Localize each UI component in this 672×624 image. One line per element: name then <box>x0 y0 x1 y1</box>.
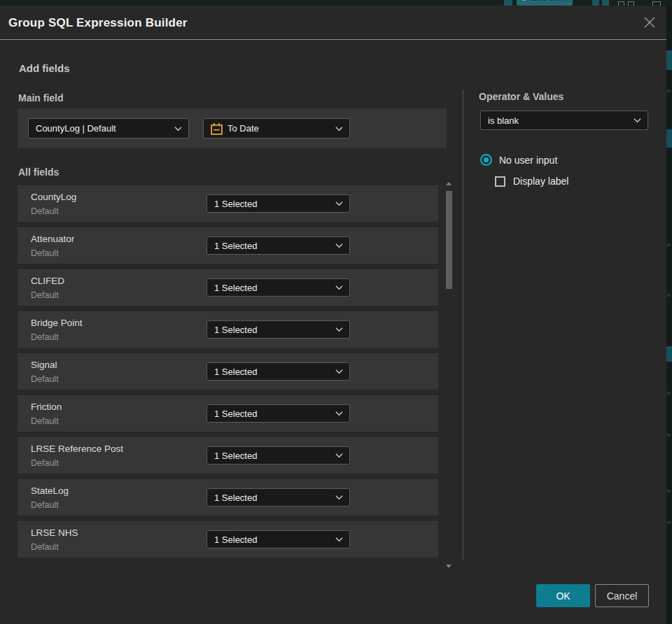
checkbox-unchecked-icon <box>495 176 505 187</box>
field-subtitle: Default <box>31 374 59 384</box>
background-fragment <box>602 0 609 6</box>
background-fragment <box>667 90 671 92</box>
dialog-title: Group SQL Expression Builder <box>8 6 188 40</box>
field-name: Signal <box>31 360 57 370</box>
cancel-button[interactable]: Cancel <box>595 584 649 607</box>
pane-divider <box>463 90 463 560</box>
live-view-dot-icon <box>522 0 526 1</box>
background-fragment <box>667 243 671 246</box>
main-date-select-value: To Date <box>227 123 259 134</box>
background-panel-edge <box>666 6 672 624</box>
app-background: Live view Group SQL Expression Builder <box>0 0 672 624</box>
field-selected-value: 1 Selected <box>214 409 257 419</box>
background-fragment <box>666 50 672 70</box>
add-fields-heading: Add fields <box>19 62 70 74</box>
field-subtitle: Default <box>31 458 59 468</box>
close-button[interactable] <box>639 12 660 33</box>
field-selected-dropdown[interactable]: 1 Selected <box>206 194 350 213</box>
field-selected-value: 1 Selected <box>214 534 257 545</box>
group-sql-expression-builder-dialog: Group SQL Expression Builder Add fields … <box>0 6 666 624</box>
field-name: LRSE Reference Post <box>31 444 123 454</box>
field-subtitle: Default <box>31 332 59 342</box>
operator-select-value: is blank <box>488 115 519 126</box>
field-name: CountyLog <box>31 192 76 202</box>
field-selected-dropdown[interactable]: 1 Selected <box>206 320 350 339</box>
field-selected-value: 1 Selected <box>214 199 257 209</box>
chevron-down-icon <box>335 495 343 500</box>
no-user-input-label: No user input <box>499 155 557 166</box>
radio-selected-icon <box>480 154 492 166</box>
field-selected-value: 1 Selected <box>214 283 257 293</box>
field-selected-dropdown[interactable]: 1 Selected <box>206 488 350 506</box>
background-fragment <box>667 392 671 395</box>
chevron-down-icon <box>335 411 343 416</box>
calendar-icon <box>210 122 223 136</box>
live-view-label: Live view <box>531 0 566 3</box>
no-user-input-radio[interactable]: No user input <box>480 154 557 166</box>
field-name: CLIFED <box>31 276 64 286</box>
main-field-select[interactable]: CountyLog | Default <box>28 118 189 139</box>
field-selected-dropdown[interactable]: 1 Selected <box>206 278 350 297</box>
main-field-panel: CountyLog | Default To Date <box>18 108 447 148</box>
scroll-up-icon[interactable] <box>446 182 451 185</box>
field-name: Bridge Point <box>31 318 83 328</box>
live-view-button[interactable]: Live view <box>517 0 573 6</box>
close-icon <box>643 16 656 29</box>
background-fragment <box>504 0 512 6</box>
field-subtitle: Default <box>31 290 59 300</box>
field-row: Attenuator Default 1 Selected <box>18 227 438 264</box>
field-row: CountyLog Default 1 Selected <box>18 185 438 222</box>
background-fragment <box>667 490 671 492</box>
field-selected-value: 1 Selected <box>214 451 257 461</box>
field-subtitle: Default <box>31 248 59 258</box>
ok-button[interactable]: OK <box>536 584 590 607</box>
scroll-down-icon[interactable] <box>446 565 451 568</box>
main-field-label: Main field <box>18 92 64 104</box>
chevron-down-icon <box>335 327 343 332</box>
field-row: Friction Default 1 Selected <box>18 395 438 432</box>
main-field-select-value: CountyLog | Default <box>36 123 116 134</box>
chevron-down-icon <box>335 537 343 542</box>
chevron-down-icon <box>335 201 343 206</box>
field-selected-dropdown[interactable]: 1 Selected <box>206 362 350 381</box>
list-scrollbar[interactable] <box>445 182 453 568</box>
field-name: StateLog <box>31 485 69 496</box>
operator-select[interactable]: is blank <box>480 111 648 130</box>
field-selected-dropdown[interactable]: 1 Selected <box>206 530 350 548</box>
chevron-down-icon <box>335 369 343 374</box>
chevron-down-icon <box>335 126 343 131</box>
all-fields-list: CountyLog Default 1 Selected Attenuator … <box>18 185 438 563</box>
display-label-label: Display label <box>513 176 568 187</box>
main-date-field-select[interactable]: To Date <box>203 118 350 139</box>
chevron-down-icon <box>174 126 182 131</box>
field-subtitle: Default <box>31 206 59 216</box>
field-selected-dropdown[interactable]: 1 Selected <box>206 236 350 255</box>
field-selected-value: 1 Selected <box>214 367 257 377</box>
background-toolbar: Live view <box>0 0 672 6</box>
scrollbar-thumb[interactable] <box>446 191 452 289</box>
background-fragment <box>666 129 672 148</box>
field-row: StateLog Default 1 Selected <box>18 479 438 516</box>
chevron-down-icon <box>634 118 641 123</box>
field-name: LRSE NHS <box>31 527 78 538</box>
operator-values-label: Operator & Values <box>479 91 564 102</box>
all-fields-label: All fields <box>18 166 59 178</box>
field-subtitle: Default <box>31 500 59 510</box>
field-name: Friction <box>31 402 62 412</box>
field-row: LRSE NHS Default 1 Selected <box>18 521 438 558</box>
field-name: Attenuator <box>31 234 74 244</box>
field-subtitle: Default <box>31 416 59 426</box>
chevron-down-icon <box>335 285 343 290</box>
field-selected-dropdown[interactable]: 1 Selected <box>206 446 350 465</box>
field-selected-dropdown[interactable]: 1 Selected <box>206 404 350 423</box>
field-row: LRSE Reference Post Default 1 Selected <box>18 437 438 474</box>
chevron-down-icon <box>335 243 343 248</box>
chevron-down-icon <box>335 453 343 458</box>
display-label-checkbox[interactable]: Display label <box>495 176 568 187</box>
field-selected-value: 1 Selected <box>214 325 257 335</box>
background-fragment <box>592 0 599 6</box>
field-row: CLIFED Default 1 Selected <box>18 269 438 306</box>
dialog-header: Group SQL Expression Builder <box>0 6 666 40</box>
field-row: Signal Default 1 Selected <box>18 353 438 390</box>
background-fragment <box>667 294 671 297</box>
